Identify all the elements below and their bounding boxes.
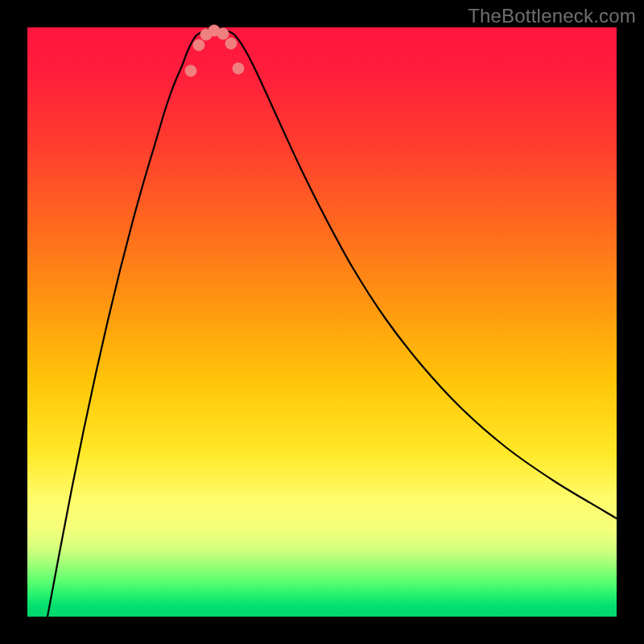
valley-marker [225,38,237,49]
chart-svg [27,27,617,617]
valley-marker [233,63,244,74]
valley-marker [185,65,196,76]
chart-frame: TheBottleneck.com [0,0,644,644]
bottleneck-curve [47,28,617,617]
valley-marker [193,39,204,51]
valley-markers [185,25,244,76]
valley-marker [217,28,229,39]
plot-area [27,27,617,617]
watermark-text: TheBottleneck.com [468,5,636,27]
